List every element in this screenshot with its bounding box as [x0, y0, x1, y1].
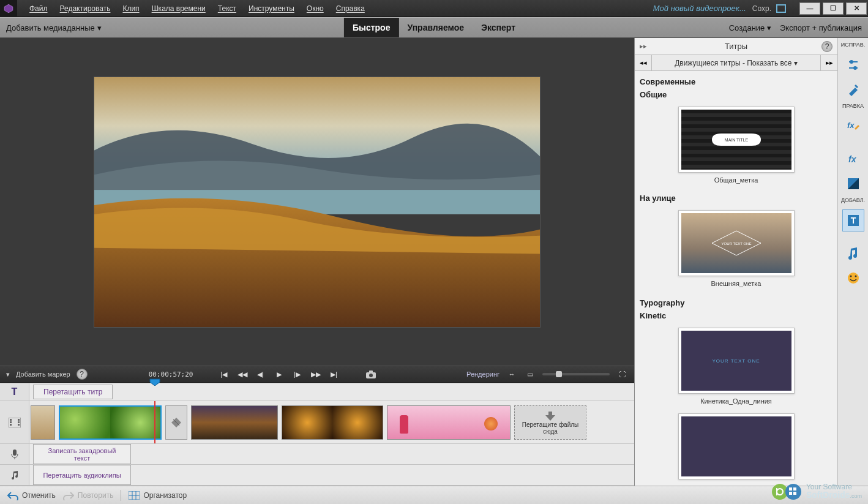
export-button[interactable]: Экспорт + публикация	[780, 23, 862, 32]
nav-fwd-button[interactable]: ▸▸	[820, 55, 837, 70]
menu-window[interactable]: Окно	[301, 2, 330, 15]
zoom-slider[interactable]	[542, 373, 610, 375]
clip-2-selected[interactable]	[59, 405, 162, 440]
clip-1[interactable]	[31, 405, 55, 440]
title-track-icon: T	[0, 383, 29, 401]
clip-4[interactable]	[282, 405, 383, 440]
svg-rect-13	[18, 424, 20, 426]
rendering-label[interactable]: Рендеринг	[466, 370, 499, 378]
undo-button[interactable]: Отменить	[7, 491, 56, 500]
close-button[interactable]: ✕	[846, 2, 867, 15]
fix-label: ИСПРАВ.	[841, 42, 865, 48]
maximize-button[interactable]: ☐	[823, 2, 844, 15]
svg-rect-15	[13, 449, 17, 456]
svg-point-6	[369, 374, 373, 377]
preset-caption: Кинетика_Одна_линия	[700, 397, 772, 405]
preset-caption: Внешняя_метка	[711, 280, 761, 287]
add-marker-button[interactable]: Добавить маркер	[16, 370, 70, 378]
clip-3[interactable]	[191, 405, 278, 440]
next-frame-button[interactable]: ▶▶	[310, 369, 322, 379]
svg-rect-12	[18, 421, 20, 423]
edit-label: ПРАВКА	[842, 103, 864, 109]
app-icon	[0, 0, 17, 17]
mode-tab-quick[interactable]: Быстрое	[344, 18, 399, 37]
fx-edit-icon[interactable]: fx	[842, 115, 864, 137]
titles-panel: ▸▸ Титры ? ◂◂ Движущиеся титры - Показат…	[634, 38, 868, 486]
svg-point-23	[853, 66, 857, 70]
audio-tool-icon[interactable]	[842, 243, 864, 265]
mode-tab-expert[interactable]: Эксперт	[473, 18, 524, 37]
add-media-button[interactable]: Добавить медиаданные ▾	[6, 23, 102, 32]
category-heading: Typography	[640, 296, 832, 310]
category-heading: Современные	[640, 75, 832, 89]
clip-5[interactable]	[387, 405, 511, 440]
drag-title-button[interactable]: Перетащить титр	[33, 385, 113, 399]
svg-rect-9	[10, 421, 12, 423]
save-label[interactable]: Сохр.	[752, 4, 771, 13]
graphics-tool-icon[interactable]	[842, 267, 864, 289]
title-preset[interactable]	[640, 413, 832, 480]
fx-icon[interactable]: fx	[842, 148, 864, 170]
transition-icon[interactable]	[165, 405, 187, 440]
fullscreen-icon[interactable]	[776, 4, 786, 13]
collapse-icon[interactable]: ▸▸	[640, 42, 647, 50]
drop-zone[interactable]: Перетащите файлы сюда	[514, 405, 586, 440]
organizer-button[interactable]: Организатор	[129, 491, 187, 500]
title-preset[interactable]: YOUR TEXT ONE Внешняя_метка	[640, 210, 832, 287]
mode-tab-guided[interactable]: Управляемое	[398, 18, 473, 37]
titles-tool-icon[interactable]: T	[842, 209, 864, 231]
video-track-icon	[0, 401, 29, 443]
tools-icon[interactable]	[842, 78, 864, 100]
nav-breadcrumb[interactable]: Движущиеся титры - Показать все ▾	[652, 59, 820, 67]
adjust-tool-icon[interactable]	[842, 54, 864, 76]
step-back-button[interactable]: ◀|	[255, 369, 267, 379]
record-narration-button[interactable]: Записать закадровый текст	[33, 444, 131, 464]
title-track: T Перетащить титр	[0, 383, 634, 401]
subcategory-heading: На улице	[640, 192, 832, 206]
drag-audio-button[interactable]: Перетащить аудиоклипы	[33, 465, 131, 485]
help-icon[interactable]: ?	[77, 369, 88, 380]
footer-bar: Отменить Повторить Организатор	[0, 486, 868, 504]
preview-canvas	[0, 38, 634, 366]
title-preset[interactable]: YOUR TEXT ONE Кинетика_Одна_линия	[640, 328, 832, 405]
safe-margins-icon[interactable]: ▭	[524, 369, 536, 379]
narration-track: Записать закадровый текст	[0, 444, 634, 465]
transitions-icon[interactable]	[842, 173, 864, 195]
menu-file[interactable]: Файл	[23, 2, 54, 15]
mode-tabs: Быстрое Управляемое Эксперт	[344, 18, 524, 37]
camera-icon[interactable]	[365, 369, 377, 379]
panel-title: Титры	[725, 42, 747, 51]
svg-marker-0	[4, 4, 13, 13]
svg-point-29	[848, 273, 859, 284]
redo-button[interactable]: Повторить	[63, 491, 114, 500]
goto-start-button[interactable]: |◀	[218, 369, 230, 379]
menu-tools[interactable]: Инструменты	[242, 2, 301, 15]
playback-bar: ▾ Добавить маркер ? 00;00;57;20 |◀ ◀◀ ◀|…	[0, 366, 634, 383]
titles-list[interactable]: Современные Общие MAIN TITLE Общая_метка…	[635, 71, 837, 486]
menubar: Файл Редактировать Клип Шкала времени Те…	[23, 2, 371, 15]
menu-timeline[interactable]: Шкала времени	[146, 2, 212, 15]
audio-track: Перетащить аудиоклипы	[0, 465, 634, 486]
svg-text:T: T	[850, 216, 856, 225]
goto-end-button[interactable]: ▶|	[328, 369, 340, 379]
minimize-button[interactable]: —	[799, 2, 820, 15]
preset-caption: Общая_метка	[714, 176, 758, 184]
title-preset[interactable]: MAIN TITLE Общая_метка	[640, 107, 832, 184]
menu-edit[interactable]: Редактировать	[54, 2, 117, 15]
playhead-handle[interactable]	[149, 378, 160, 386]
svg-rect-11	[18, 419, 20, 421]
menu-help[interactable]: Справка	[330, 2, 371, 15]
step-fwd-button[interactable]: |▶	[291, 369, 304, 379]
menu-clip[interactable]: Клип	[116, 2, 145, 15]
play-button[interactable]: ▶	[273, 369, 285, 379]
menu-text[interactable]: Текст	[212, 2, 242, 15]
nav-back-button[interactable]: ◂◂	[635, 55, 652, 70]
prev-frame-button[interactable]: ◀◀	[236, 369, 249, 379]
svg-rect-1	[777, 5, 785, 12]
help-icon[interactable]: ?	[821, 41, 832, 52]
fullscreen-icon[interactable]: ⛶	[616, 369, 628, 379]
svg-rect-39	[793, 487, 796, 491]
loop-icon[interactable]: ↔	[506, 369, 518, 379]
create-menu[interactable]: Создание ▾	[729, 23, 771, 32]
chevron-down-icon[interactable]: ▾	[6, 370, 10, 378]
